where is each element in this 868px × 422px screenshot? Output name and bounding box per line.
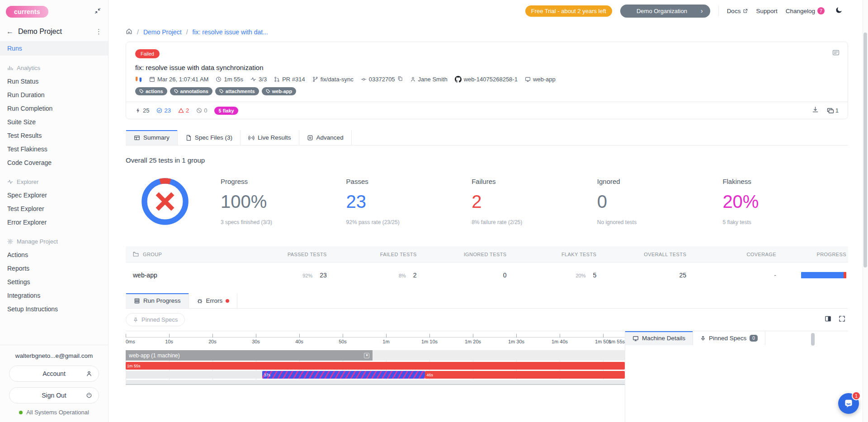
page-scrollbar-thumb[interactable] (863, 33, 867, 267)
breadcrumb-run-link[interactable]: fix: resolve issue with dat... (193, 28, 268, 36)
groups-table-row[interactable]: web-app 92%23 8%2 0 20%5 25 - (126, 263, 848, 288)
breadcrumb-separator: / (186, 28, 188, 36)
breadcrumb-project-link[interactable]: Demo Project (143, 28, 182, 36)
power-icon (86, 392, 92, 399)
gantt-group-header[interactable]: web-app (1 machine) ▾ (126, 350, 625, 361)
page-scrollbar[interactable] (863, 0, 868, 422)
bottom-tabs: Run Progress Errors (126, 293, 848, 309)
moon-icon (835, 6, 843, 14)
gantt-bar[interactable]: 1m 55s (126, 362, 625, 370)
sidebar-item-actions[interactable]: Actions (0, 248, 108, 262)
download-button[interactable] (812, 106, 819, 115)
changelog-link-label: Changelog (786, 8, 815, 14)
slash-circle-icon (196, 108, 202, 113)
dark-mode-toggle[interactable] (835, 6, 843, 15)
group-collapse-icon[interactable]: ▾ (364, 353, 369, 358)
sidebar-item-spec-explorer[interactable]: Spec Explorer (0, 188, 108, 202)
home-icon[interactable] (126, 28, 132, 36)
tab-machine-details[interactable]: Machine Details (625, 331, 693, 345)
run-group: web-app (525, 76, 556, 83)
gantt-bar[interactable]: 46s (425, 371, 625, 379)
trial-badge[interactable]: Free Trial - about 2 years left (525, 5, 612, 17)
tab-run-progress[interactable]: Run Progress (126, 293, 189, 308)
sidebar-item-reports[interactable]: Reports (0, 262, 108, 275)
flaky-badge: 5 flaky (214, 107, 238, 115)
tag-icon (174, 89, 179, 94)
sidebar-item-test-flakiness[interactable]: Test Flakiness (0, 142, 108, 156)
branch-name[interactable]: fix/data-sync (312, 76, 354, 83)
overall-heading: Overall 25 tests in 1 group (126, 156, 848, 164)
sidebar-item-run-status[interactable]: Run Status (0, 75, 108, 88)
tag-icon (139, 89, 144, 94)
tab-live-results[interactable]: Live Results (241, 130, 299, 145)
sign-out-button-label: Sign Out (42, 392, 66, 399)
timeline-toolbar: Pinned Specs (126, 309, 848, 331)
bolt-icon (135, 108, 141, 113)
group-icon (133, 251, 139, 257)
tag-icon (266, 89, 270, 94)
panel-scrollbar-thumb[interactable] (811, 333, 815, 346)
external-link-icon (743, 9, 748, 14)
sidebar-item-error-explorer[interactable]: Error Explorer (0, 216, 108, 229)
tab-pinned-specs[interactable]: Pinned Specs 0 (693, 331, 765, 345)
changelog-link[interactable]: Changelog 7 (786, 7, 825, 14)
tab-spec-files[interactable]: Spec Files (3) (178, 130, 241, 145)
tab-summary[interactable]: Summary (126, 130, 178, 145)
sidebar-item-integrations[interactable]: Integrations (0, 289, 108, 302)
ci-build-link[interactable]: web-14075268258-1 (455, 76, 518, 83)
copy-icon[interactable] (397, 76, 403, 83)
tag-pill[interactable]: web-app (262, 87, 297, 95)
metric-ignored: Ignored 0 No ignored tests (597, 178, 723, 225)
fullscreen-button[interactable] (839, 315, 845, 324)
annotation-icon[interactable] (832, 49, 840, 58)
commit-hash[interactable]: 03372705 (361, 76, 403, 83)
gantt-group-label: web-app (1 machine) (129, 352, 180, 359)
tag-pill[interactable]: annotations (170, 87, 212, 95)
status-dot-icon (19, 411, 23, 414)
sidebar-item-code-coverage[interactable]: Code Coverage (0, 156, 108, 169)
ignored-tests-count: 0 (196, 107, 207, 114)
monitor-icon (525, 76, 531, 82)
run-title: fix: resolve issue with data synchroniza… (135, 64, 839, 71)
project-menu-icon[interactable]: ⋮ (95, 28, 103, 36)
tag-pill[interactable]: attachments (215, 87, 259, 95)
rows-icon (134, 298, 140, 304)
machines-count[interactable]: 1 (827, 107, 839, 114)
support-link[interactable]: Support (756, 8, 777, 14)
timeline-axis: 0ms10s20s30s40s50s1m1m 10s1m 20s1m 30s1m… (126, 333, 625, 347)
sidebar-item-runs[interactable]: Runs (0, 41, 108, 56)
sidebar-section-manage-project: Manage Project (0, 234, 108, 248)
gantt-row-overall: 1m 55s (126, 362, 625, 370)
sidebar-item-suite-size[interactable]: Suite Size (0, 115, 108, 129)
toggle-panel-button[interactable] (825, 315, 831, 324)
docs-link[interactable]: Docs (727, 8, 748, 14)
account-button-label: Account (42, 370, 66, 377)
system-status[interactable]: All Systems Operational (9, 409, 99, 416)
chat-launcher-button[interactable]: 1 (838, 393, 859, 414)
row-progress-passed (801, 272, 844, 278)
sidebar-section-explorer: Explorer (0, 175, 108, 188)
sidebar-collapse-icon[interactable] (94, 8, 101, 16)
fullscreen-icon (839, 315, 845, 322)
failed-tests-count: 2 (178, 107, 189, 114)
tab-errors[interactable]: Errors (189, 293, 238, 308)
currents-logo[interactable]: currents (6, 6, 48, 18)
tab-advanced[interactable]: Advanced (299, 130, 352, 145)
pinned-specs-button[interactable]: Pinned Specs (126, 313, 185, 326)
sidebar-item-run-completion[interactable]: Run Completion (0, 102, 108, 115)
failed-x-icon (157, 194, 173, 209)
sidebar-item-setup-instructions[interactable]: Setup Instructions (0, 302, 108, 316)
gantt-bar[interactable]: 37s (262, 371, 425, 379)
account-button[interactable]: Account (9, 366, 99, 382)
sidebar-item-settings[interactable]: Settings (0, 275, 108, 289)
org-switcher-button[interactable]: Demo Organization › (620, 5, 710, 18)
live-signal-icon (248, 135, 255, 141)
sidebar-item-run-duration[interactable]: Run Duration (0, 88, 108, 102)
pull-request-link[interactable]: PR #314 (274, 76, 305, 83)
sidebar-item-test-results[interactable]: Test Results (0, 129, 108, 142)
run-card: Failed fix: resolve issue with data sync… (126, 42, 848, 119)
sidebar-item-test-explorer[interactable]: Test Explorer (0, 202, 108, 216)
tag-pill[interactable]: actions (135, 87, 167, 95)
back-arrow-icon[interactable]: ← (6, 28, 14, 36)
sign-out-button[interactable]: Sign Out (9, 387, 99, 403)
